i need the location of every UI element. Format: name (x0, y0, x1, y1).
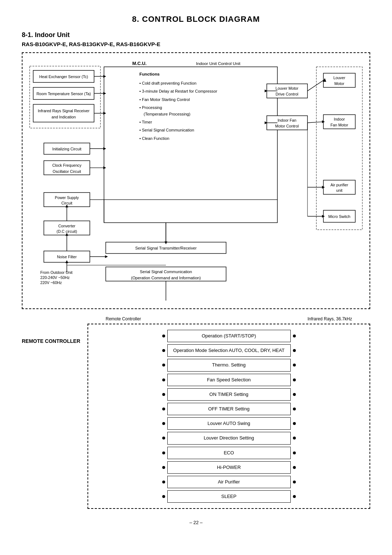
svg-marker-62 (103, 92, 106, 95)
remote-item-box: Louver AUTO Swing (167, 417, 291, 430)
svg-text:• Serial Signal Communication: • Serial Signal Communication (139, 128, 194, 132)
svg-text:(Operation Command and Informa: (Operation Command and Information) (131, 276, 201, 280)
remote-right-label: Infrared Rays, 36.7kHz (307, 316, 352, 321)
svg-text:• Cold draft preventing Functi: • Cold draft preventing Function (139, 81, 196, 85)
svg-text:• Timer: • Timer (139, 120, 152, 124)
svg-text:Room Temperature Sensor (Ta): Room Temperature Sensor (Ta) (36, 92, 91, 96)
remote-left-label: Remote Controller (106, 316, 141, 321)
remote-dot-right (293, 393, 296, 396)
indoor-unit-diagram: M.C.U. Indoor Unit Control Unit Heat Exc… (26, 57, 366, 304)
remote-list-item: Operation Mode Selection AUTO, COOL, DRY… (167, 344, 291, 357)
remote-dot-left (162, 437, 165, 439)
svg-text:Serial Signal Communication: Serial Signal Communication (140, 270, 192, 274)
remote-dot-left (162, 495, 165, 498)
remote-dot-left (162, 364, 165, 366)
remote-list-item: Louver AUTO Swing (167, 417, 291, 430)
svg-text:Fan Motor: Fan Motor (330, 123, 348, 127)
svg-text:Noise Filter: Noise Filter (57, 255, 77, 259)
svg-text:Heat Exchanger Sensor (Tc): Heat Exchanger Sensor (Tc) (39, 74, 88, 79)
remote-dot-right (293, 495, 296, 498)
remote-controller-section: REMOTE CONTROLLER Remote Controller Infr… (22, 316, 370, 509)
svg-text:Converter: Converter (58, 224, 75, 228)
svg-text:• Clean Function: • Clean Function (139, 136, 169, 141)
svg-line-88 (307, 122, 323, 123)
svg-text:220-240V  ~50Hz: 220-240V ~50Hz (40, 275, 70, 280)
remote-dot-right (293, 437, 296, 439)
remote-list-item: Air Purifier (167, 476, 291, 488)
remote-item-box: Operation (START/STOP) (167, 330, 291, 342)
remote-dot-left (162, 349, 165, 352)
svg-text:Indoor: Indoor (334, 117, 345, 121)
svg-marker-60 (103, 75, 106, 78)
svg-text:Functions: Functions (139, 72, 160, 76)
remote-item-box: ON TIMER Setting (167, 388, 291, 401)
remote-item-box: SLEEP (167, 490, 291, 503)
svg-text:• Processing: • Processing (139, 105, 162, 110)
remote-item-box: Louver Direction Setting (167, 432, 291, 444)
remote-item-box: Thermo. Setting (167, 359, 291, 371)
svg-text:• 3-minute Delay at Restart fo: • 3-minute Delay at Restart for Compress… (139, 89, 217, 93)
remote-dot-right (293, 466, 296, 469)
remote-controller-label: REMOTE CONTROLLER (22, 338, 80, 344)
remote-dot-right (293, 349, 296, 352)
svg-text:Motor Control: Motor Control (275, 124, 299, 128)
remote-dot-left (162, 393, 165, 396)
remote-dot-left (162, 451, 165, 454)
svg-text:Indoor Fan: Indoor Fan (278, 118, 297, 122)
remote-dot-right (293, 335, 296, 337)
remote-dot-left (162, 335, 165, 337)
section-title: 8-1. Indoor Unit (22, 31, 370, 39)
page-number: – 22 – (22, 520, 370, 525)
remote-item-box: OFF TIMER Setting (167, 403, 291, 415)
remote-item-box: Operation Mode Selection AUTO, COOL, DRY… (167, 344, 291, 357)
svg-text:• Fan Motor Starting Control: • Fan Motor Starting Control (139, 97, 190, 102)
svg-text:Initializing Circuit: Initializing Circuit (52, 147, 81, 151)
remote-dot-right (293, 364, 296, 366)
svg-text:Louver Motor: Louver Motor (275, 86, 299, 90)
svg-text:(Temperature Processing): (Temperature Processing) (144, 112, 191, 116)
remote-dot-right (293, 481, 296, 483)
svg-text:220V  ~60Hz: 220V ~60Hz (40, 280, 62, 285)
svg-text:Indoor Unit Control Unit: Indoor Unit Control Unit (196, 61, 241, 66)
svg-text:unit: unit (336, 188, 342, 193)
remote-dot-left (162, 408, 165, 410)
svg-text:Micro Switch: Micro Switch (328, 214, 351, 219)
svg-text:M.C.U.: M.C.U. (132, 61, 146, 66)
remote-dot-right (293, 378, 296, 381)
svg-text:Oscillator Circuit: Oscillator Circuit (53, 169, 81, 174)
remote-list-item: Operation (START/STOP) (167, 330, 291, 342)
remote-dot-left (162, 481, 165, 483)
remote-list-item: OFF TIMER Setting (167, 403, 291, 415)
remote-dot-right (293, 408, 296, 410)
remote-item-box: ECO (167, 447, 291, 459)
svg-marker-64 (103, 112, 106, 115)
remote-dot-left (162, 378, 165, 381)
svg-text:Clock Frequency: Clock Frequency (52, 163, 82, 167)
remote-list-item: ON TIMER Setting (167, 388, 291, 401)
svg-text:Motor: Motor (334, 81, 344, 86)
remote-list-item: Hi-POWER (167, 461, 291, 474)
svg-marker-68 (103, 166, 106, 169)
remote-list-item: Thermo. Setting (167, 359, 291, 371)
remote-item-box: Air Purifier (167, 476, 291, 488)
model-label: RAS-B10GKVP-E, RAS-B13GKVP-E, RAS-B16GKV… (22, 41, 370, 47)
remote-dot-left (162, 466, 165, 469)
svg-text:From Outdoor Unit: From Outdoor Unit (40, 270, 73, 275)
remote-list-item: SLEEP (167, 490, 291, 503)
svg-line-86 (307, 80, 323, 91)
svg-rect-53 (317, 67, 363, 230)
remote-list-item: Louver Direction Setting (167, 432, 291, 444)
remote-dot-right (293, 422, 296, 425)
svg-marker-78 (105, 255, 108, 258)
svg-text:Drive Control: Drive Control (275, 92, 298, 96)
svg-text:Air purifier: Air purifier (330, 183, 348, 187)
svg-text:and Indication: and Indication (52, 115, 76, 119)
remote-item-box: Fan Speed Selection (167, 374, 291, 386)
svg-text:Infrared Rays Signal Receiver: Infrared Rays Signal Receiver (38, 109, 90, 113)
page-title: 8. CONTROL BLOCK DIAGRAM (22, 15, 370, 24)
remote-dot-right (293, 451, 296, 454)
remote-item-box: Hi-POWER (167, 461, 291, 474)
svg-text:Serial Signal Transmitter/Rece: Serial Signal Transmitter/Receiver (135, 246, 197, 250)
svg-rect-7 (33, 104, 94, 122)
svg-text:Power Supply: Power Supply (55, 195, 79, 200)
